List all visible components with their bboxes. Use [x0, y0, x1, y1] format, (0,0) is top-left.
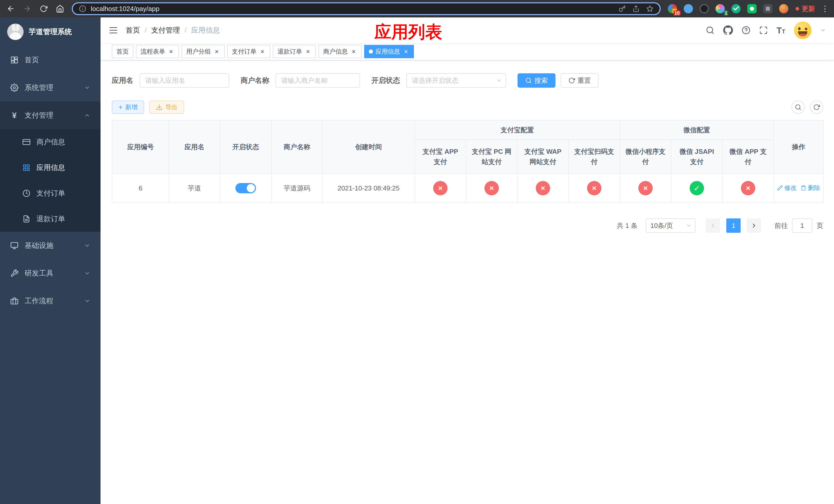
font-size-button[interactable]: TT	[776, 26, 785, 35]
browser-home-button[interactable]	[53, 2, 67, 15]
user-avatar[interactable]	[794, 22, 811, 39]
chrome-update-button[interactable]: 更新	[795, 4, 815, 13]
app-logo[interactable]: 芋道管理系统	[0, 18, 101, 46]
goto-page-input[interactable]	[792, 219, 812, 233]
app-name-input[interactable]	[139, 73, 229, 88]
main-area: 首页 / 支付管理 / 应用信息 应用列表	[101, 18, 834, 504]
page-size-select[interactable]: 10条/页	[646, 219, 696, 233]
column-header-wechat-mini: 微信小程序支付	[620, 140, 671, 174]
cell-created: 2021-10-23 08:49:25	[322, 174, 415, 203]
extension-icon[interactable]	[747, 4, 756, 13]
filter-label-app-name: 应用名	[112, 76, 133, 85]
toggle-search-button[interactable]	[791, 100, 805, 114]
merchant-name-input[interactable]	[276, 73, 360, 88]
sidebar-collapse-button[interactable]	[109, 26, 118, 35]
header-search-button[interactable]	[706, 26, 715, 35]
sidebar-item-home[interactable]: 首页	[0, 46, 101, 74]
sidebar-item-merchant-info[interactable]: 商户信息	[0, 129, 101, 155]
add-button[interactable]: + 新增	[112, 100, 144, 114]
extension-icon[interactable]	[684, 4, 693, 13]
menu-label: 首页	[25, 55, 39, 65]
edit-link[interactable]: 修改	[777, 184, 796, 192]
tab-user-group[interactable]: 用户分组×	[181, 45, 225, 58]
close-icon[interactable]: ×	[259, 48, 266, 55]
total-count: 共 1 条	[617, 221, 638, 230]
chevron-right-icon	[751, 222, 757, 229]
tab-label: 商户信息	[323, 47, 348, 55]
chrome-menu-button[interactable]: ⋮	[821, 5, 829, 13]
browser-forward-button[interactable]	[21, 2, 34, 15]
site-info-icon[interactable]	[79, 5, 86, 12]
avatar-caret-icon[interactable]	[820, 27, 826, 33]
tab-home[interactable]: 首页	[112, 45, 133, 58]
extension-icon[interactable]	[763, 4, 772, 13]
status-select[interactable]	[406, 73, 506, 88]
search-icon	[795, 104, 802, 111]
next-page-button[interactable]	[747, 219, 761, 233]
extension-icon[interactable]: 10	[668, 4, 677, 13]
chevron-up-icon	[84, 112, 90, 118]
trash-icon	[801, 185, 806, 191]
breadcrumb-separator: /	[145, 26, 147, 35]
extension-badge: 10	[674, 10, 681, 16]
profile-avatar-icon[interactable]	[779, 4, 788, 13]
channel-status-icon: ×	[741, 181, 755, 196]
credit-card-icon	[23, 138, 30, 146]
star-icon	[646, 5, 654, 12]
clock-icon	[23, 189, 30, 197]
cell-alipay-app: ×	[415, 174, 466, 203]
sidebar-item-pay-order[interactable]: 支付订单	[0, 181, 101, 206]
sidebar-item-refund-order[interactable]: 退款订单	[0, 206, 101, 232]
help-button[interactable]	[742, 26, 750, 35]
tab-process-form[interactable]: 流程表单×	[136, 45, 179, 58]
address-bar[interactable]: localhost:1024/pay/app	[72, 2, 661, 15]
sidebar-item-system[interactable]: 系统管理	[0, 74, 101, 101]
status-toggle[interactable]	[236, 183, 256, 193]
add-button-label: 新增	[125, 103, 137, 111]
close-icon[interactable]: ×	[168, 48, 174, 55]
browser-refresh-button[interactable]	[37, 2, 50, 15]
sidebar-item-dev-tools[interactable]: 研发工具	[0, 259, 101, 287]
tab-label: 支付订单	[232, 47, 257, 55]
refresh-table-button[interactable]	[810, 100, 823, 114]
app-frame: 芋道管理系统 首页 系统管理 ¥ 支付管理 商户信息	[0, 18, 834, 504]
extension-icon[interactable]	[700, 4, 709, 13]
column-header-alipay-pc: 支付宝 PC 网站支付	[466, 140, 517, 174]
bookmark-star-icon[interactable]	[646, 5, 654, 12]
search-button[interactable]: 搜索	[518, 73, 555, 88]
browser-back-button[interactable]	[4, 2, 18, 15]
github-link[interactable]	[723, 25, 733, 35]
cell-actions: 修改 删除	[774, 174, 824, 203]
prev-page-button[interactable]	[706, 219, 720, 233]
reset-button[interactable]: 重置	[561, 73, 598, 88]
chevron-down-icon	[84, 270, 90, 276]
tab-pay-order[interactable]: 支付订单×	[227, 45, 270, 58]
close-icon[interactable]: ×	[305, 48, 311, 55]
share-icon[interactable]	[632, 5, 640, 12]
close-icon[interactable]: ×	[213, 48, 220, 55]
current-page-button[interactable]: 1	[726, 219, 741, 233]
close-icon[interactable]: ×	[350, 48, 357, 55]
table-row: 6 芋道 芋道源码 2021-10-23 08:49:25 × × × × ×	[112, 174, 824, 203]
close-icon[interactable]: ×	[403, 48, 409, 55]
sidebar-item-pay[interactable]: ¥ 支付管理	[0, 101, 101, 129]
export-button[interactable]: 导出	[149, 100, 184, 114]
sidebar-item-infrastructure[interactable]: 基础设施	[0, 232, 101, 259]
tab-refund-order[interactable]: 退款订单×	[273, 45, 316, 58]
tab-merchant-info[interactable]: 商户信息×	[319, 45, 361, 58]
tab-label: 流程表单	[140, 47, 165, 55]
breadcrumb-pay-management[interactable]: 支付管理	[151, 25, 180, 35]
extension-icon[interactable]: 1	[716, 4, 725, 13]
extension-icon[interactable]	[731, 4, 741, 13]
home-icon	[56, 5, 64, 13]
delete-link[interactable]: 删除	[801, 184, 820, 192]
breadcrumb-home[interactable]: 首页	[126, 25, 140, 35]
fullscreen-button[interactable]	[759, 26, 768, 35]
sidebar-item-app-info[interactable]: 应用信息	[0, 155, 101, 181]
grid-icon	[23, 164, 30, 171]
password-key-icon[interactable]	[619, 5, 626, 12]
extension-badge: 1	[724, 10, 728, 16]
sidebar-item-workflow[interactable]: 工作流程	[0, 287, 101, 315]
extensions-area: 10 1	[668, 4, 788, 13]
tab-app-info[interactable]: 应用信息×	[364, 45, 414, 58]
